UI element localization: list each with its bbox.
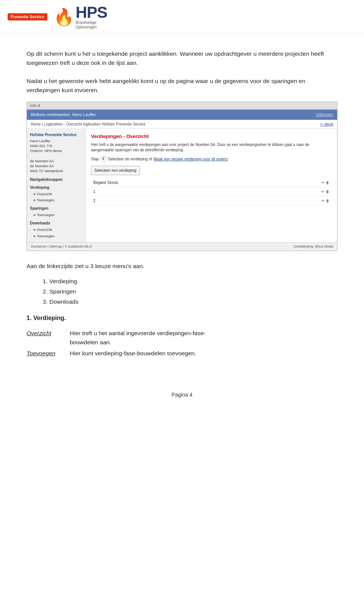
logo-subtext: Brandveilige Oplossingen xyxy=(76,20,107,30)
stap-label: Stap xyxy=(91,156,99,162)
intro-para1: Op dit scherm kunt u het u toegekende pr… xyxy=(27,49,337,67)
url-bar: ook.nl xyxy=(27,102,337,110)
preventie-label: Preventie Service xyxy=(11,15,44,19)
detail-label-toevoegen: Toevoegen xyxy=(27,349,61,358)
sf-sidebar: Hofstee Preventie Service Hans Lauffer 0… xyxy=(27,129,86,242)
back-link[interactable]: <- terug xyxy=(320,121,333,127)
nav-header: Navigatieknoppen xyxy=(30,177,82,182)
nav-section-verdieping: Verdieping xyxy=(30,185,82,190)
table-row: Begane Grond ✏ 🗑 xyxy=(91,178,332,187)
nav-sparingen-toevoegen[interactable]: Toevoegen xyxy=(30,212,82,218)
stap-badge: 2 xyxy=(100,156,107,162)
row-name: 1 xyxy=(91,187,317,196)
table-row: 1 ✏ 🗑 xyxy=(91,187,332,196)
row-name: Begane Grond xyxy=(91,178,317,187)
sf-footer: Disclaimer | Sitemap | © Databook-elb.nl… xyxy=(27,242,337,251)
phone: 0593-331 776 xyxy=(30,143,82,148)
welcome-text: Welkom medewerker: Hans Lauffer xyxy=(31,111,96,118)
sf-body: Hofstee Preventie Service Hans Lauffer 0… xyxy=(27,129,337,242)
row-icons: ✏ 🗑 xyxy=(317,187,332,196)
sf-heading: Verdiepingen - Overzicht xyxy=(91,133,332,140)
detail-row-toevoegen: Toevoegen Hier kunt verdieping-fase-bouw… xyxy=(27,349,337,358)
footer-left: Disclaimer | Sitemap | © Databook-elb.nl xyxy=(31,244,92,249)
row-name: 2 xyxy=(91,196,317,206)
row-icons: ✏ 🗑 xyxy=(317,178,332,187)
company-name: Hofstee Preventie Service xyxy=(30,132,82,138)
page-number: Pagina 4 xyxy=(0,392,364,405)
table-row: 2 ✏ 🗑 xyxy=(91,196,332,206)
screenshot-frame: ook.nl Welkom medewerker: Hans Lauffer U… xyxy=(27,102,337,251)
detail-rows: Overzicht Hier treft u het aantal ingevo… xyxy=(27,329,337,358)
address1: de Noesten 5A xyxy=(30,158,82,163)
logo-badge: Preventie Service xyxy=(8,13,47,20)
detail-desc-overzicht: Hier treft u het aantal ingevoerde verdi… xyxy=(70,329,206,347)
nav-section-downloads: Downloads xyxy=(30,220,82,226)
detail-desc-toevoegen: Hier kunt verdieping-fase-bouwdelen toev… xyxy=(70,349,196,358)
nav-downloads-overzicht[interactable]: Overzicht xyxy=(30,227,82,233)
flame-icon: 🔥 xyxy=(53,9,74,25)
intro-para2: Nadat u het gewenste werk hebt aangeklik… xyxy=(27,77,337,95)
hps-letters: HPS xyxy=(76,5,107,20)
postcode: 9431 TC Westerbork xyxy=(30,168,82,173)
breadcrumb-text: Home | Logboeken - Overzicht logboeken H… xyxy=(31,121,146,127)
stap-link[interactable]: Maak een nieuwe verdieping voor dit proj… xyxy=(154,156,228,162)
menu-intro: Aan de linkerzijde ziet u 3 keuze menu's… xyxy=(27,262,337,270)
nav-verdieping-overzicht[interactable]: Overzicht xyxy=(30,191,82,197)
list-item: Verdieping xyxy=(49,277,337,286)
detail-label-overzicht: Overzicht xyxy=(27,329,61,347)
verdieping-table: Begane Grond ✏ 🗑 1 ✏ 🗑 2 ✏ 🗑 xyxy=(91,178,332,206)
sf-breadcrumb: Home | Logboeken - Overzicht logboeken H… xyxy=(27,120,337,129)
order: Ordernr: HPS demo xyxy=(30,148,82,153)
footer-right: Ontwikkeling: Ithica Media xyxy=(293,244,333,249)
person-name: Hans Lauffer xyxy=(30,138,82,143)
row-icons: ✏ 🗑 xyxy=(317,196,332,206)
company-details: Hans Lauffer 0593-331 776 Ordernr: HPS d… xyxy=(30,138,82,174)
logo-text: HPS Brandveilige Oplossingen xyxy=(76,5,107,30)
list-item: Downloads xyxy=(49,297,337,306)
address2: de Noesten 5A xyxy=(30,163,82,168)
logo: Preventie Service 🔥 HPS Brandveilige Opl… xyxy=(8,5,107,30)
nav-section-sparingen: Sparingen xyxy=(30,206,82,211)
sf-topbar: Welkom medewerker: Hans Lauffer Uitlogge… xyxy=(27,110,337,120)
menu-list: Verdieping Sparingen Downloads xyxy=(49,277,337,306)
section1-heading: 1. Verdieping. xyxy=(27,314,337,323)
main-content: Op dit scherm kunt u het u toegekende pr… xyxy=(0,34,364,377)
list-item: Sparingen xyxy=(49,287,337,296)
stap-text: Selecteer de verdieping of xyxy=(108,156,152,162)
detail-row-overzicht: Overzicht Hier treft u het aantal ingevo… xyxy=(27,329,337,347)
stap-row: Stap 2 Selecteer de verdieping of Maak e… xyxy=(91,156,332,162)
select-verdieping[interactable]: Selecteer een verdieping xyxy=(91,166,140,175)
logout-link[interactable]: Uitloggen xyxy=(316,111,333,118)
sf-desc: Hier treft u de aangemaakte verdiepingen… xyxy=(91,142,332,153)
sf-main: Verdiepingen - Overzicht Hier treft u de… xyxy=(86,129,337,242)
header: Preventie Service 🔥 HPS Brandveilige Opl… xyxy=(0,0,364,34)
nav-verdieping-toevoegen[interactable]: Toevoegen xyxy=(30,197,82,203)
nav-downloads-toevoegen[interactable]: Toevoegen xyxy=(30,233,82,239)
